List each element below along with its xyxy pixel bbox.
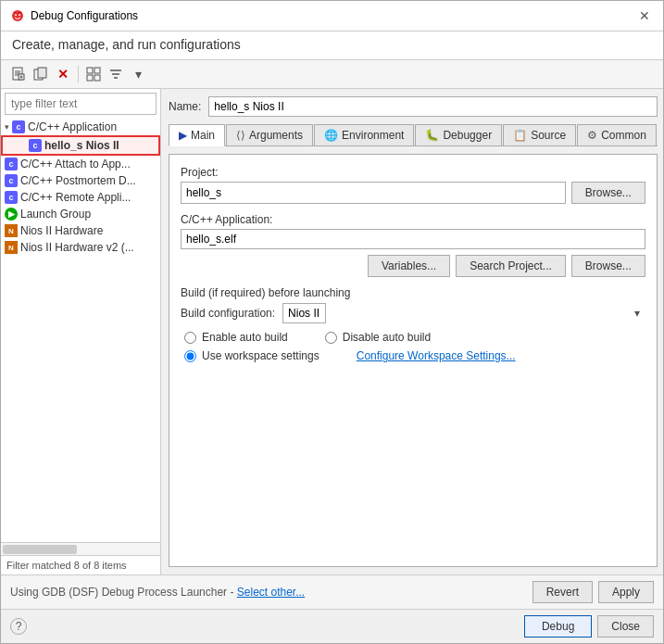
right-panel: Name: ▶ Main ⟨⟩ Arguments 🌐 Environment	[161, 89, 663, 575]
cpp-app-icon: c	[12, 120, 25, 133]
tab-common[interactable]: ⚙ Common	[577, 124, 657, 145]
project-browse-button[interactable]: Browse...	[571, 182, 645, 204]
left-panel: ▾ c C/C++ Application c hello_s Nios II …	[1, 89, 161, 575]
project-input[interactable]	[181, 182, 566, 204]
subtitle: Create, manage, and run configurations	[1, 32, 663, 60]
title-bar-text: Debug Configurations	[31, 9, 138, 22]
bug-icon	[10, 8, 25, 23]
filter-button[interactable]	[106, 64, 126, 84]
cpp-attach-icon: c	[5, 158, 18, 170]
tree-item-cpp-remote[interactable]: c C/C++ Remote Appli...	[1, 189, 160, 206]
cpp-postmortem-icon: c	[5, 174, 18, 187]
debug-button[interactable]: Debug	[524, 615, 592, 638]
radio-use-workspace-input[interactable]	[184, 350, 196, 362]
delete-icon: ✕	[57, 67, 69, 82]
app-browse-button[interactable]: Browse...	[571, 255, 645, 277]
svg-point-0	[12, 10, 23, 21]
bottom-buttons: Revert Apply	[532, 581, 654, 603]
project-row: Browse...	[181, 182, 645, 204]
app-button-row: Variables... Search Project... Browse...	[181, 255, 645, 277]
name-row: Name:	[169, 96, 658, 117]
filter-icon	[108, 67, 123, 82]
help-button[interactable]: ?	[10, 618, 27, 635]
radio-disable-auto[interactable]: Disable auto build	[325, 331, 431, 344]
duplicate-config-button[interactable]	[31, 64, 51, 84]
apply-button[interactable]: Apply	[598, 581, 654, 603]
tree-item-label: Nios II Hardware	[20, 224, 103, 237]
more-button[interactable]: ▾	[128, 64, 148, 84]
filter-input[interactable]	[5, 93, 157, 115]
tab-common-label: Common	[601, 129, 646, 142]
filter-status: Filter matched 8 of 8 items	[1, 555, 160, 575]
debug-configurations-window: Debug Configurations ✕ Create, manage, a…	[0, 0, 664, 644]
radio-use-workspace[interactable]: Use workspace settings	[184, 349, 319, 362]
tree-item-hello-s[interactable]: c hello_s Nios II	[1, 135, 160, 156]
tree-item-cpp-app-parent[interactable]: ▾ c C/C++ Application	[1, 119, 160, 135]
tab-source-label: Source	[531, 129, 566, 142]
launcher-text: Using GDB (DSF) Debug Process Launcher -…	[10, 586, 525, 599]
tab-common-icon: ⚙	[587, 129, 597, 142]
tree-item-label: hello_s Nios II	[44, 139, 119, 152]
title-bar: Debug Configurations ✕	[1, 1, 663, 32]
tree-item-label: Nios II Hardware v2 (...	[20, 241, 134, 254]
tab-source[interactable]: 📋 Source	[503, 124, 576, 145]
tab-environment[interactable]: 🌐 Environment	[314, 124, 414, 145]
close-window-button[interactable]: ✕	[635, 6, 654, 25]
collapse-all-button[interactable]	[83, 64, 104, 84]
new-config-icon	[11, 67, 26, 82]
tab-debugger[interactable]: 🐛 Debugger	[415, 124, 502, 145]
revert-button[interactable]: Revert	[532, 581, 593, 603]
bottom-bar: Using GDB (DSF) Debug Process Launcher -…	[1, 575, 663, 609]
build-config-select[interactable]: Nios II	[282, 303, 326, 323]
new-config-button[interactable]	[8, 64, 29, 84]
tree-item-nios-hw[interactable]: N Nios II Hardware	[1, 222, 160, 239]
radio-group: Enable auto build Disable auto build Use…	[181, 331, 645, 362]
collapse-icon	[86, 67, 101, 82]
launch-group-icon: ▶	[5, 208, 18, 221]
app-input[interactable]	[181, 229, 645, 249]
tree-item-cpp-postmortem[interactable]: c C/C++ Postmortem D...	[1, 172, 160, 189]
name-label: Name:	[169, 100, 201, 113]
nios-hw-v2-icon: N	[5, 241, 18, 254]
variables-button[interactable]: Variables...	[368, 255, 450, 277]
radio-enable-auto-input[interactable]	[184, 332, 196, 344]
build-config-row: Build configuration: Nios II	[181, 303, 645, 323]
cpp-remote-icon: c	[5, 191, 18, 204]
project-label: Project:	[181, 166, 645, 179]
tree-item-nios-hw-v2[interactable]: N Nios II Hardware v2 (...	[1, 239, 160, 256]
radio-disable-auto-input[interactable]	[325, 332, 337, 344]
tab-environment-label: Environment	[342, 129, 404, 142]
build-config-label: Build configuration:	[181, 307, 275, 320]
tab-environment-icon: 🌐	[324, 129, 338, 142]
tab-debugger-icon: 🐛	[425, 129, 439, 142]
launcher-text-static: Using GDB (DSF) Debug Process Launcher -	[10, 586, 233, 599]
svg-rect-15	[94, 68, 100, 73]
tab-main-icon: ▶	[179, 129, 187, 142]
delete-config-button[interactable]: ✕	[53, 64, 73, 84]
tree-item-label: C/C++ Postmortem D...	[20, 174, 136, 187]
tree-item-launch-group[interactable]: ▶ Launch Group	[1, 206, 160, 222]
radio-use-workspace-label: Use workspace settings	[202, 349, 319, 362]
radio-disable-auto-label: Disable auto build	[343, 331, 431, 344]
name-input[interactable]	[208, 96, 658, 117]
app-label: C/C++ Application:	[181, 213, 645, 226]
configure-workspace-link[interactable]: Configure Workspace Settings...	[357, 349, 516, 362]
title-bar-left: Debug Configurations	[10, 8, 138, 23]
tab-main[interactable]: ▶ Main	[169, 124, 225, 146]
select-other-link[interactable]: Select other...	[237, 586, 305, 599]
horizontal-scrollbar[interactable]	[1, 542, 160, 555]
tree-item-cpp-attach[interactable]: c C/C++ Attach to App...	[1, 156, 160, 172]
tab-arguments-label: Arguments	[249, 129, 303, 142]
build-config-select-wrapper: Nios II	[282, 303, 645, 323]
footer: ? Debug Close	[1, 609, 663, 643]
search-project-button[interactable]: Search Project...	[456, 255, 566, 277]
cpp-child-icon: c	[29, 139, 42, 152]
radio-enable-auto[interactable]: Enable auto build	[184, 331, 288, 344]
toolbar: ✕ ▾	[1, 60, 663, 89]
tab-arguments[interactable]: ⟨⟩ Arguments	[226, 124, 313, 145]
main-content: ▾ c C/C++ Application c hello_s Nios II …	[1, 89, 663, 575]
tab-main-label: Main	[191, 129, 215, 142]
project-section: Project: Browse...	[181, 166, 645, 204]
footer-close-button[interactable]: Close	[597, 615, 654, 638]
app-row	[181, 229, 645, 249]
